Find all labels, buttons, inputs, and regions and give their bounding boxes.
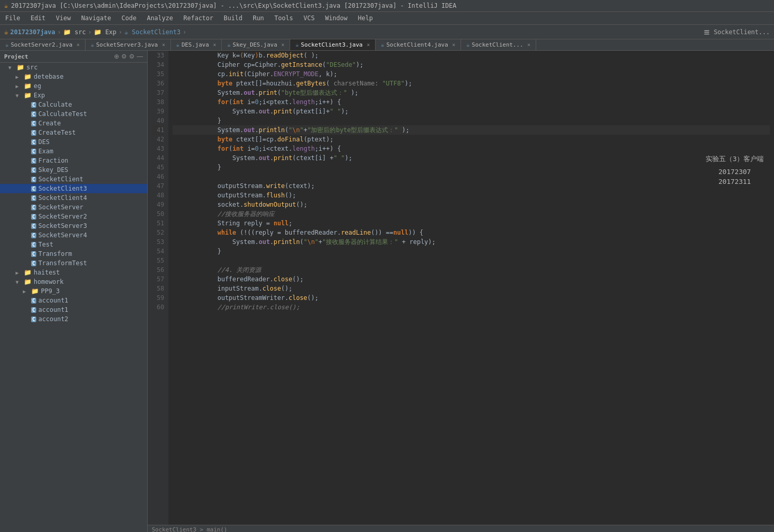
tabs-bar: ☕ SocketServer2.java × ☕ SocketServer3.j…: [0, 39, 774, 51]
code-content: Key k=(Key)b.readObject( ); Cipher cp=Ci…: [168, 51, 774, 525]
tab-des[interactable]: ☕ DES.java ×: [171, 39, 222, 50]
code-line-46: [173, 172, 770, 181]
code-line-33: Key k=(Key)b.readObject( );: [173, 51, 770, 60]
tree-account1[interactable]: ▶ C account1: [0, 305, 147, 314]
code-line-50: //接收服务器的响应: [173, 209, 770, 219]
menu-view[interactable]: View: [51, 13, 76, 23]
code-area: 33 34 35 36 37 38 39 40 41 42 43 44 45 4…: [148, 51, 774, 532]
tree-socketserver2[interactable]: ▶ C SocketServer2: [0, 212, 147, 221]
tree-fraction[interactable]: ▶ C Fraction: [0, 156, 147, 165]
tree-socketclient4[interactable]: ▶ C SocketClient4: [0, 193, 147, 203]
tab-socketclient3[interactable]: ☕ SocketClient3.java ×: [290, 39, 376, 50]
code-line-36: byte ptext[]=houzhui.getBytes( charsetNa…: [173, 79, 770, 88]
code-line-42: byte ctext[]=cp.doFinal(ptext);: [173, 135, 770, 144]
tree-createtest[interactable]: ▶ C CreateTest: [0, 128, 147, 137]
tree-src[interactable]: ▼ 📁 src: [0, 63, 147, 72]
title-text: 20172307java [C:\Users\admin\IdeaProject…: [11, 2, 456, 9]
breadcrumb-bar: SocketClient3 > main(): [148, 525, 774, 532]
code-line-60: //printWriter.close();: [173, 303, 770, 312]
sidebar-config-btn[interactable]: ⚙: [121, 53, 127, 60]
menu-bar: File Edit View Navigate Code Analyze Ref…: [0, 12, 774, 25]
code-line-49: socket.shutdownOutput();: [173, 200, 770, 209]
tree-transform[interactable]: ▶ C Transform: [0, 249, 147, 258]
code-line-53: System.out.println("\n"+"接收服务器的计算结果：" + …: [173, 237, 770, 247]
menu-analyze[interactable]: Analyze: [141, 13, 178, 23]
menu-code[interactable]: Code: [117, 13, 142, 23]
code-line-35: cp.init(Cipher.ENCRYPT_MODE, k);: [173, 69, 770, 79]
project-name[interactable]: 20172307java: [10, 28, 55, 36]
tree-socketserver3[interactable]: ▶ C SocketServer3: [0, 221, 147, 231]
code-line-45: }: [173, 163, 770, 172]
tree-socketserver[interactable]: ▶ C SocketServer: [0, 203, 147, 212]
path-file[interactable]: ☕ SocketClient3: [124, 28, 180, 36]
menu-edit[interactable]: Edit: [25, 13, 51, 23]
code-line-54: }: [173, 247, 770, 256]
tree-calculatetest[interactable]: ▶ C CalculateTest: [0, 109, 147, 119]
tab-socketclient-more[interactable]: ☕ SocketClient... ×: [461, 39, 536, 50]
code-line-48: outputStream.flush();: [173, 191, 770, 200]
code-line-34: Cipher cp=Cipher.getInstance("DESede");: [173, 60, 770, 69]
menu-help[interactable]: Help: [353, 13, 378, 23]
code-line-37: System.out.print("byte型后缀表达式：" );: [173, 88, 770, 97]
toolbar-settings-icon[interactable]: ≡: [704, 26, 710, 37]
code-line-39: System.out.print(ptext[i]+" ");: [173, 107, 770, 116]
code-line-58: inputStream.close();: [173, 284, 770, 293]
tree-transformtest[interactable]: ▶ C TransformTest: [0, 258, 147, 268]
sidebar-sync-btn[interactable]: ⊕: [114, 53, 119, 60]
tree-socketclient[interactable]: ▶ C SocketClient: [0, 175, 147, 184]
tree-eg[interactable]: ▶ 📁 eg: [0, 81, 147, 91]
tree-account2[interactable]: ▶ C account2: [0, 314, 147, 324]
toolbar-expand-icon[interactable]: SocketClient...: [714, 28, 770, 36]
code-line-55: [173, 256, 770, 265]
menu-vcs[interactable]: VCS: [298, 13, 320, 23]
code-scroll[interactable]: 33 34 35 36 37 38 39 40 41 42 43 44 45 4…: [148, 51, 774, 525]
tree-create[interactable]: ▶ C Create: [0, 119, 147, 128]
tree-skey-des[interactable]: ▶ C Skey_DES: [0, 165, 147, 175]
menu-file[interactable]: File: [0, 13, 25, 23]
tab-socketserver2[interactable]: ☕ SocketServer2.java ×: [0, 39, 85, 50]
menu-navigate[interactable]: Navigate: [76, 13, 117, 23]
tab-socketserver3[interactable]: ☕ SocketServer3.java ×: [85, 39, 171, 50]
main-area: Project ⊕ ⚙ ⚙ — ▼ 📁 src ▶ 📁 detebase: [0, 51, 774, 532]
tree-detebase[interactable]: ▶ 📁 detebase: [0, 72, 147, 81]
tree-pp9-3[interactable]: ▶ 📁 PP9_3: [0, 286, 147, 296]
code-line-47: outputStream.write(ctext);: [173, 181, 770, 191]
menu-run[interactable]: Run: [248, 13, 269, 23]
tree-calculate[interactable]: ▶ C Calculate: [0, 100, 147, 109]
tree-socketserver4[interactable]: ▶ C SocketServer4: [0, 231, 147, 240]
tree-des[interactable]: ▶ C DES: [0, 137, 147, 147]
title-icon: ☕: [4, 2, 8, 9]
code-line-41: System.out.println("\n"+"加密后的byte型后缀表达式：…: [173, 125, 770, 135]
sidebar-title: Project: [4, 53, 28, 60]
tree-exp[interactable]: ▼ 📁 Exp: [0, 91, 147, 100]
path-src[interactable]: 📁 src: [63, 28, 86, 36]
tree-haitest[interactable]: ▶ 📁 haitest: [0, 268, 147, 277]
code-line-56: //4. 关闭资源: [173, 265, 770, 275]
code-line-59: outputStreamWriter.close();: [173, 293, 770, 303]
tree-socketclient3[interactable]: ▶ C SocketClient3: [0, 184, 147, 193]
code-line-57: bufferedReader.close();: [173, 275, 770, 284]
code-line-40: }: [173, 116, 770, 125]
sidebar-gear-btn[interactable]: ⚙: [129, 53, 135, 60]
sidebar-header: Project ⊕ ⚙ ⚙ —: [0, 51, 147, 63]
tab-socketclient4[interactable]: ☕ SocketClient4.java ×: [376, 39, 461, 50]
sidebar-tree: ▼ 📁 src ▶ 📁 detebase ▶ 📁 eg ▼ 📁 Exp: [0, 63, 147, 324]
sidebar-collapse-btn[interactable]: —: [137, 53, 143, 60]
code-line-52: while (!((reply = bufferedReader.readLin…: [173, 228, 770, 237]
menu-refactor[interactable]: Refactor: [178, 13, 219, 23]
menu-window[interactable]: Window: [320, 13, 352, 23]
tab-skey-des[interactable]: ☕ Skey_DES.java ×: [222, 39, 290, 50]
line-numbers: 33 34 35 36 37 38 39 40 41 42 43 44 45 4…: [148, 51, 168, 525]
tree-test[interactable]: ▶ C Test: [0, 240, 147, 249]
tree-account[interactable]: ▶ C account1: [0, 296, 147, 305]
tree-exam[interactable]: ▶ C Exam: [0, 147, 147, 156]
menu-build[interactable]: Build: [219, 13, 248, 23]
title-bar: ☕ 20172307java [C:\Users\admin\IdeaProje…: [0, 0, 774, 12]
code-line-44: System.out.print(ctext[i] +" ");: [173, 153, 770, 163]
path-exp[interactable]: 📁 Exp: [94, 28, 117, 36]
project-icon: ☕: [4, 28, 8, 36]
menu-tools[interactable]: Tools: [269, 13, 298, 23]
code-line-38: for(int i=0;i<ptext.length;i++) {: [173, 97, 770, 107]
tree-homework[interactable]: ▼ 📁 homework: [0, 277, 147, 286]
sidebar: Project ⊕ ⚙ ⚙ — ▼ 📁 src ▶ 📁 detebase: [0, 51, 148, 532]
